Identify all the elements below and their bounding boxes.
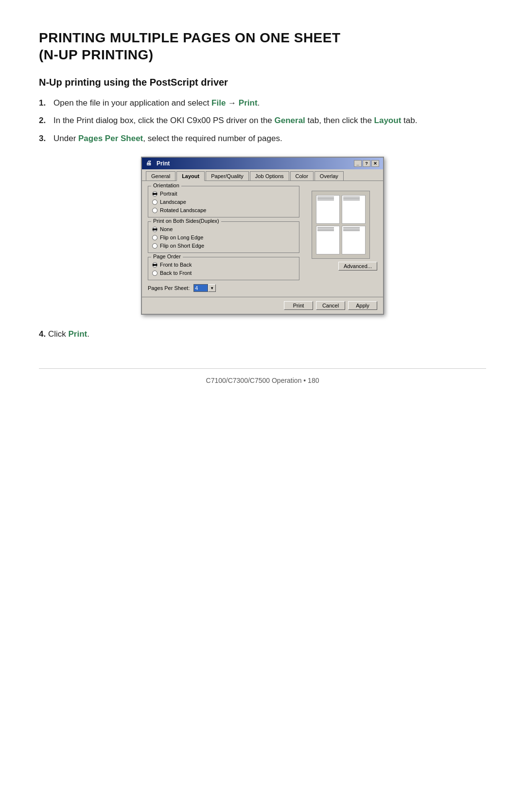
- flip-long-label: Flip on Long Edge: [160, 235, 203, 240]
- footer-note: C7100/C7300/C7500 Operation • 180: [39, 368, 486, 384]
- section-subtitle: N-Up printing using the PostScript drive…: [39, 77, 486, 88]
- radio-flip-short[interactable]: Flip on Short Edge: [152, 243, 295, 249]
- print-dialog: 🖨 Print _ ? ✕ General Layout Paper/Quali…: [141, 157, 384, 315]
- dialog-titlebar: 🖨 Print _ ? ✕: [142, 158, 383, 169]
- step-1-file-link: File: [211, 98, 226, 108]
- step-3: 3. Under Pages Per Sheet, select the req…: [39, 132, 486, 145]
- portrait-label: Portrait: [160, 191, 177, 197]
- dialog-wrapper: 🖨 Print _ ? ✕ General Layout Paper/Quali…: [39, 157, 486, 315]
- preview-line: [317, 230, 334, 231]
- radio-rotated-landscape[interactable]: Rotated Landscape: [152, 207, 295, 213]
- preview-line: [343, 230, 360, 231]
- printer-icon: 🖨: [146, 160, 154, 167]
- print-button[interactable]: Print: [284, 301, 313, 310]
- dialog-footer: Print Cancel Apply: [142, 297, 383, 314]
- preview-line: [317, 199, 334, 200]
- step-2-layout-link: Layout: [374, 116, 402, 125]
- preview-page-3: [316, 226, 340, 254]
- tab-overlay[interactable]: Overlay: [315, 171, 344, 180]
- radio-none-circle: [152, 227, 158, 232]
- step-3-text: Under Pages Per Sheet, select the requir…: [53, 132, 282, 145]
- titlebar-left: 🖨 Print: [146, 160, 170, 167]
- preview-page-1: [316, 195, 340, 224]
- advanced-button[interactable]: Advanced...: [338, 262, 377, 271]
- tab-color[interactable]: Color: [290, 171, 314, 180]
- step-3-pps-link: Pages Per Sheet: [78, 134, 143, 143]
- radio-flip-long-circle: [152, 235, 158, 240]
- step-4-print-link: Print: [68, 329, 87, 339]
- tab-general[interactable]: General: [146, 171, 175, 180]
- pages-per-sheet-row: Pages Per Sheet: 4 ▼: [148, 284, 299, 292]
- close-button[interactable]: ✕: [371, 160, 379, 167]
- step-1: 1. Open the file in your application and…: [39, 97, 486, 109]
- dialog-right-panel: Advanced...: [304, 186, 377, 292]
- cancel-button[interactable]: Cancel: [316, 301, 345, 310]
- step-4: 4. Click Print.: [39, 329, 486, 339]
- dialog-tabs: General Layout Paper/Quality Job Options…: [142, 169, 383, 181]
- radio-back-to-front[interactable]: Back to Front: [152, 270, 295, 276]
- duplex-group: Print on Both Sides(Duplex) None Flip on…: [148, 221, 299, 253]
- page-order-group: Page Order Front to Back Back to Front: [148, 257, 299, 280]
- preview-box: [312, 191, 370, 259]
- tab-layout[interactable]: Layout: [176, 171, 205, 181]
- radio-rotated-circle: [152, 208, 158, 213]
- step-2: 2. In the Print dialog box, click the OK…: [39, 114, 486, 127]
- orientation-group: Orientation Portrait Landscape Rotated L…: [148, 186, 299, 217]
- radio-flip-long[interactable]: Flip on Long Edge: [152, 235, 295, 240]
- none-label: None: [160, 226, 173, 232]
- preview-line: [343, 199, 360, 200]
- radio-flip-short-circle: [152, 243, 158, 249]
- preview-line: [343, 227, 360, 228]
- preview-line: [343, 229, 360, 230]
- steps-list: 1. Open the file in your application and…: [39, 97, 486, 145]
- advanced-btn-area: Advanced...: [304, 262, 377, 271]
- step-1-num: 1.: [39, 97, 50, 109]
- preview-line: [317, 198, 334, 199]
- preview-line: [317, 227, 334, 228]
- landscape-label: Landscape: [160, 199, 186, 205]
- radio-landscape[interactable]: Landscape: [152, 199, 295, 205]
- page-title: PRINTING MULTIPLE PAGES ON ONE SHEET (N-…: [39, 29, 486, 63]
- preview-line: [317, 197, 334, 198]
- radio-portrait[interactable]: Portrait: [152, 191, 295, 197]
- dialog-content: Orientation Portrait Landscape Rotated L…: [142, 181, 383, 297]
- step-2-general-link: General: [275, 116, 305, 125]
- pps-input[interactable]: 4: [193, 284, 208, 292]
- preview-line: [317, 229, 334, 230]
- step-2-text: In the Print dialog box, click the OKI C…: [53, 114, 417, 127]
- radio-front-to-back[interactable]: Front to Back: [152, 262, 295, 268]
- minimize-button[interactable]: _: [354, 160, 362, 167]
- orientation-label: Orientation: [151, 182, 181, 188]
- step-4-num: 4.: [39, 329, 46, 339]
- pps-combo[interactable]: 4 ▼: [193, 284, 216, 292]
- step-1-text: Open the file in your application and se…: [53, 97, 260, 109]
- radio-btf-circle: [152, 271, 158, 276]
- help-button[interactable]: ?: [363, 160, 370, 167]
- apply-button[interactable]: Apply: [348, 301, 377, 310]
- tab-paperquality[interactable]: Paper/Quality: [206, 171, 249, 180]
- step-2-num: 2.: [39, 114, 50, 127]
- front-to-back-label: Front to Back: [160, 262, 192, 268]
- step-3-num: 3.: [39, 132, 50, 145]
- dialog-title: Print: [157, 160, 170, 167]
- radio-portrait-circle: [152, 191, 158, 197]
- preview-line: [343, 197, 360, 198]
- radio-ftb-circle: [152, 262, 158, 268]
- pps-dropdown-arrow[interactable]: ▼: [208, 284, 216, 292]
- preview-line: [343, 198, 360, 199]
- step-1-print-link: Print: [239, 98, 258, 108]
- dialog-left-panel: Orientation Portrait Landscape Rotated L…: [148, 186, 299, 292]
- tab-joboptions[interactable]: Job Options: [250, 171, 289, 180]
- page-order-label: Page Order: [151, 253, 183, 259]
- pps-label: Pages Per Sheet:: [148, 285, 190, 291]
- preview-page-4: [342, 226, 366, 254]
- rotated-landscape-label: Rotated Landscape: [160, 207, 206, 213]
- back-to-front-label: Back to Front: [160, 270, 192, 276]
- preview-page-2: [342, 195, 366, 224]
- duplex-label: Print on Both Sides(Duplex): [151, 218, 221, 224]
- radio-none[interactable]: None: [152, 226, 295, 232]
- titlebar-controls: _ ? ✕: [354, 160, 379, 167]
- flip-short-label: Flip on Short Edge: [160, 243, 204, 249]
- radio-landscape-circle: [152, 199, 158, 205]
